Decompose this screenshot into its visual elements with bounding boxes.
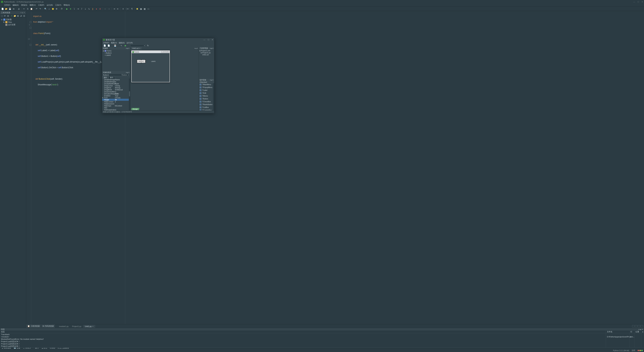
msg-line[interactable]: Project1.py的语法OK！ [0, 343, 606, 345]
dt-open-icon[interactable]: 📄 [107, 44, 110, 47]
tree-root[interactable]: ⊟无标题 [0, 18, 26, 21]
collapse-icon[interactable]: ⊟ [7, 14, 9, 17]
palette-item[interactable]: TButton [199, 97, 214, 100]
form-close-icon[interactable]: ✕ [166, 51, 169, 53]
panel-close-icon[interactable]: ✕ [24, 12, 25, 13]
msg-col-extra[interactable]: ◂ [641, 331, 644, 333]
palette-item[interactable]: TPopupMenu [199, 86, 214, 89]
prop-row[interactable]: HotImageIndex-1 [102, 109, 130, 110]
config-icon[interactable]: ⊞ [17, 14, 19, 17]
save-all-icon[interactable]: ⧉ [12, 7, 15, 10]
menu-search[interactable]: 查找(S) [20, 4, 28, 6]
info-pin-icon[interactable]: ⬙ [640, 329, 641, 330]
prop-row[interactable]: DisabledImageName [102, 79, 130, 81]
palette-item[interactable]: TListBox [199, 106, 214, 109]
msg-col-line[interactable]: 行 [630, 331, 634, 333]
folder-icon[interactable]: 📁 [14, 14, 16, 17]
nav-fwd-icon[interactable]: → [108, 7, 110, 10]
run-icon[interactable]: ▶ [66, 7, 68, 10]
indent-icon[interactable]: ⇥ [113, 7, 116, 10]
window-close-icon[interactable]: ✕ [642, 1, 643, 3]
status-remote[interactable]: 远程 [632, 349, 635, 352]
form-max-icon[interactable]: ☐ [164, 51, 166, 53]
cv-close-icon[interactable]: ✕ [197, 48, 198, 49]
status-python[interactable]: Python 3.11 (64-bit) [613, 350, 629, 352]
tree-form1[interactable]: ⊟Form1 [102, 50, 130, 52]
prop-row[interactable]: Height49 [102, 99, 130, 101]
add-icon[interactable]: + [10, 14, 13, 17]
insp-close-icon[interactable]: ✕ [128, 72, 130, 73]
dproj-root[interactable]: ⊟Project1.xml [199, 50, 214, 52]
msg-line[interactable]: Traceback [0, 333, 606, 336]
step-out-icon[interactable]: ⤴ [80, 7, 83, 10]
design-label1[interactable]: Label1 [151, 60, 156, 62]
pause-icon[interactable]: ‖ [91, 7, 94, 10]
insp-tab-props[interactable]: 属性 [102, 76, 108, 79]
prop-row[interactable]: Hint [102, 107, 130, 109]
prop-row[interactable]: DisabledImages [102, 81, 130, 83]
search-icon[interactable]: 🔍 [44, 7, 47, 10]
menu-help[interactable]: 帮助(H) [62, 4, 71, 6]
undo-icon[interactable]: ↶ [35, 7, 38, 10]
canvas-tab-close-icon[interactable]: ✕ [139, 48, 140, 49]
preview-icon[interactable]: ▭ [147, 7, 150, 10]
menu-run[interactable]: 运行(R) [46, 4, 54, 6]
designer-menu-run[interactable]: 运行(R) [126, 41, 133, 44]
redo-icon[interactable]: ↷ [39, 7, 42, 10]
dt-refresh-icon[interactable]: ↻ [146, 44, 150, 47]
inspector-object-combo[interactable]: Button1TButton [102, 74, 130, 76]
prop-row[interactable]: DragKinddkDrag [102, 87, 130, 89]
prop-row[interactable]: DropDownMenu [102, 91, 130, 93]
left-tab-project[interactable]: 📋工程浏览器 [26, 324, 41, 328]
prop-row[interactable]: HelpTypehtContext [102, 105, 130, 107]
palette-item[interactable]: TMemo [199, 94, 214, 97]
file-tab-close-icon[interactable]: × [92, 326, 93, 327]
msg-line[interactable]: Project1.py的语法OK！ [0, 340, 606, 343]
list-icon[interactable]: ≡ [122, 7, 124, 10]
nav-back-icon[interactable]: ← [104, 7, 107, 10]
home-icon[interactable]: ⌂ [48, 7, 51, 10]
layout-btn-2-icon[interactable] [635, 325, 637, 327]
insp-drop-icon[interactable]: ▾ [126, 72, 126, 73]
tree-files[interactable]: ⊞Files [0, 21, 26, 23]
settings-icon[interactable]: ⚙ [55, 7, 58, 10]
menu-project[interactable]: 工程(P) [37, 4, 45, 6]
design-mode-tab[interactable]: Design [131, 108, 139, 110]
prop-row[interactable]: ⊞Font(TFont) [102, 97, 130, 99]
copy-icon[interactable]: ⎘ [26, 7, 29, 10]
print-icon[interactable]: 🖨 [17, 7, 20, 10]
timer-icon[interactable]: ⏱ [60, 7, 63, 10]
palette-item[interactable]: TComboBox [199, 109, 214, 110]
designer-close-icon[interactable]: ✕ [212, 39, 213, 41]
palette-item[interactable]: TEdit [199, 92, 214, 94]
left-tab-code[interactable]: ⧉代码浏览器 [41, 324, 55, 328]
prop-row[interactable]: DragModedmManual [102, 89, 130, 91]
step-into-icon[interactable]: ⇥ [76, 7, 80, 10]
stop-icon[interactable]: ⊘ [98, 7, 102, 10]
msg-line[interactable]: ModuleNotFoundError: No module named 'de… [0, 338, 606, 340]
ot-close-icon[interactable]: ✕ [128, 48, 130, 49]
step-over-icon[interactable]: ⤵ [73, 7, 76, 10]
designer-icon[interactable]: ▦ [143, 7, 146, 10]
run-to-cursor-icon[interactable]: ⇣ [84, 7, 87, 10]
dt-new-icon[interactable]: 📄 [103, 44, 106, 47]
file-tab-unit1[interactable]: Unit1.py× [83, 325, 95, 328]
window-minimize-icon[interactable]: — [633, 1, 635, 3]
property-list[interactable]: DisabledImageNameDisabledImagesDoubleBuf… [102, 79, 130, 110]
prop-row[interactable]: ElevationRequiredFalse [102, 93, 130, 95]
form-min-icon[interactable]: — [161, 51, 164, 53]
terminal-icon[interactable]: ▣ [139, 7, 142, 10]
menu-tools[interactable]: 工具(T) [54, 4, 62, 6]
design-canvas[interactable]: Form1 — ☐ ✕ Button1 [130, 49, 199, 110]
ot-pin-icon[interactable]: ⬙ [127, 48, 128, 49]
designer-min-icon[interactable]: — [204, 39, 205, 41]
info-close-icon[interactable]: ✕ [642, 329, 643, 330]
prop-row[interactable]: HelpContext0 [102, 101, 130, 103]
msg-col-info[interactable]: 信息 [0, 331, 606, 333]
outdent-icon[interactable]: ⇤ [116, 7, 120, 10]
save-icon[interactable]: 💾 [8, 7, 12, 10]
proplist-scrollbar[interactable] [129, 79, 130, 110]
designer-menu-edit[interactable]: 编辑(E) [119, 41, 125, 44]
panel-pin-icon[interactable]: ⬙ [22, 12, 23, 13]
prop-row[interactable]: EnabledTrue [102, 95, 130, 97]
